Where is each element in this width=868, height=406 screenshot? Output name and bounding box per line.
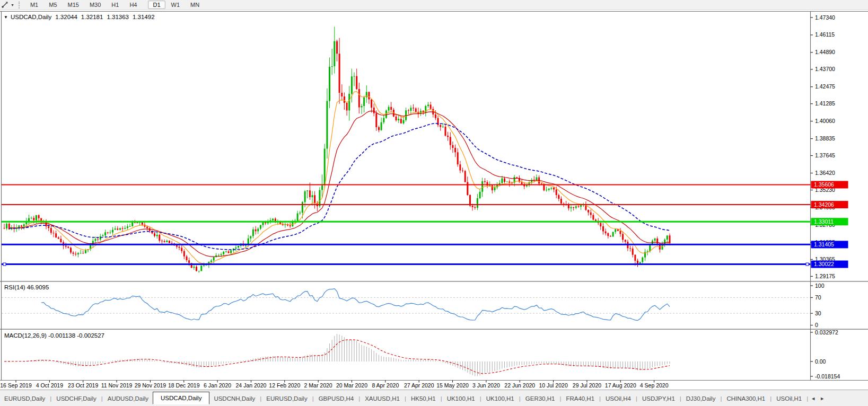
svg-text:100: 100 (815, 283, 825, 289)
svg-text:27 Apr 2020: 27 Apr 2020 (404, 382, 434, 389)
svg-text:29 Nov 2019: 29 Nov 2019 (135, 382, 166, 389)
svg-text:4 Sep 2020: 4 Sep 2020 (640, 382, 669, 389)
pane-borders (0, 12, 868, 381)
timeframe-button-h1[interactable]: H1 (107, 1, 124, 9)
rsi-line (41, 289, 670, 321)
chart-tab-dj30-daily[interactable]: DJ30,Daily (682, 393, 720, 404)
chart-tab-china300-h1[interactable]: CHINA300,H1 (722, 393, 769, 404)
tab-separator: | (559, 395, 561, 402)
svg-text:1.43700: 1.43700 (815, 66, 835, 72)
timeframe-button-m15[interactable]: M15 (63, 1, 84, 9)
timeframe-button-m30[interactable]: M30 (85, 1, 106, 9)
tab-separator: | (680, 395, 681, 402)
low-value: 1.31363 (107, 14, 129, 20)
svg-text:1.47340: 1.47340 (815, 14, 835, 21)
chart-tab-uk100-h1[interactable]: UK100,H1 (482, 393, 519, 404)
svg-text:24 Jan 2020: 24 Jan 2020 (236, 382, 267, 389)
svg-text:-0.018154: -0.018154 (815, 373, 840, 379)
tab-separator: | (599, 395, 601, 402)
svg-text:30: 30 (815, 310, 821, 316)
timeframe-button-m5[interactable]: M5 (44, 1, 62, 9)
svg-text:1.44890: 1.44890 (815, 49, 835, 55)
svg-text:10 Jul 2020: 10 Jul 2020 (539, 382, 567, 389)
chart-tab-audusd-daily[interactable]: AUDUSD,Daily (103, 393, 153, 404)
tab-separator: | (441, 395, 442, 402)
tabs-scroll-left-icon[interactable]: ◄ (811, 396, 816, 401)
triangle-down-icon[interactable]: ▼ (4, 15, 8, 20)
svg-text:2 Mar 2020: 2 Mar 2020 (304, 382, 332, 389)
hline-handle-right[interactable] (806, 263, 809, 266)
svg-text:17 Aug 2020: 17 Aug 2020 (605, 382, 636, 389)
svg-text:11 Nov 2019: 11 Nov 2019 (101, 382, 133, 389)
chart-tab-xauusd-h1[interactable]: XAUUSD,H1 (361, 393, 404, 404)
tab-separator: | (312, 395, 314, 402)
tabs-scroll-right-icon[interactable]: ► (820, 396, 825, 401)
chart-tab-usdjpy-h1[interactable]: USDJPY,H1 (638, 393, 679, 404)
timeframe-button-m1[interactable]: M1 (25, 1, 43, 9)
moving-averages (9, 91, 670, 263)
toolbar: ▼ M1M5M15M30H1H4D1W1MN (0, 0, 868, 10)
hline-handle-left[interactable] (3, 263, 6, 266)
timeframe-button-mn[interactable]: MN (186, 1, 204, 9)
svg-text:70: 70 (815, 294, 821, 301)
chart-tab-fra40-h1[interactable]: FRA40,H1 (562, 393, 599, 404)
tab-separator: | (101, 395, 103, 402)
svg-text:1.46115: 1.46115 (815, 31, 835, 38)
chart-tab-uk100-h1[interactable]: UK100,H1 (443, 393, 479, 404)
chart-title: ▼USDCAD,Daily1.320441.321811.313631.3149… (4, 14, 155, 20)
chart-tab-ger30-h1[interactable]: GER30,H1 (521, 393, 559, 404)
caret-down-icon[interactable]: ▼ (11, 3, 14, 7)
svg-text:6 Jan 2020: 6 Jan 2020 (204, 382, 231, 389)
svg-text:29 Jul 2020: 29 Jul 2020 (573, 382, 601, 389)
macd-indicator-label: MACD(12,26,9) -0.001138 -0.002527 (4, 332, 104, 339)
svg-text:1.40060: 1.40060 (815, 118, 835, 124)
tab-separator: | (405, 395, 406, 402)
tab-separator: | (636, 395, 637, 402)
line-study-cursor-icon[interactable] (1, 1, 10, 8)
timeframe-button-w1[interactable]: W1 (166, 1, 185, 9)
chart-tab-usdcad-daily[interactable]: USDCAD,Daily (153, 392, 209, 404)
medium-ma-line (9, 111, 670, 257)
chart-tab-gbpusd-h4[interactable]: GBPUSD,H4 (314, 393, 358, 404)
svg-text:23 Oct 2019: 23 Oct 2019 (68, 382, 98, 389)
svg-text:12 Feb 2020: 12 Feb 2020 (269, 382, 300, 389)
symbol-period-label: USDCAD,Daily (11, 14, 51, 20)
timeframe-button-d1[interactable]: D1 (148, 1, 165, 9)
mt4-window: 1.473401.461151.448901.437001.424751.412… (0, 0, 868, 406)
svg-text:1.31405: 1.31405 (814, 241, 834, 248)
tab-separator: | (480, 395, 481, 402)
tab-separator: | (720, 395, 722, 402)
chart-tab-usdcnh-daily[interactable]: USDCNH,Daily (209, 393, 259, 404)
toolbar-grip[interactable] (19, 2, 22, 8)
tab-separator: | (50, 395, 51, 402)
date-axis[interactable]: 16 Sep 20194 Oct 201923 Oct 201911 Nov 2… (0, 381, 668, 389)
svg-text:1.34206: 1.34206 (814, 201, 834, 208)
chart-canvas[interactable]: 1.473401.461151.448901.437001.424751.412… (0, 0, 868, 406)
chart-tab-eurusd-daily[interactable]: EURUSD,Daily (262, 393, 311, 404)
svg-text:1.29175: 1.29175 (815, 273, 835, 279)
tab-separator: | (806, 395, 808, 402)
timeframe-button-h4[interactable]: H4 (125, 1, 142, 9)
svg-text:15 May 2020: 15 May 2020 (436, 382, 469, 389)
svg-text:1.30022: 1.30022 (814, 261, 834, 267)
chart-tab-bar: EURUSD,Daily|USDCHF,Daily|AUDUSD,DailyUS… (0, 390, 868, 406)
svg-text:1.37645: 1.37645 (815, 152, 835, 158)
svg-text:0.032972: 0.032972 (815, 329, 838, 336)
chart-tab-usoil-h4[interactable]: USOil,H4 (601, 393, 635, 404)
close-value: 1.31492 (133, 14, 155, 20)
price-axis[interactable]: 1.473401.461151.448901.437001.424751.412… (811, 14, 836, 279)
svg-text:1.33011: 1.33011 (814, 218, 834, 225)
svg-text:1.35606: 1.35606 (814, 181, 834, 188)
svg-text:22 Jun 2020: 22 Jun 2020 (504, 382, 535, 389)
svg-text:1.38835: 1.38835 (815, 135, 835, 142)
chart-tab-usoil-h1[interactable]: USOil,H1 (772, 393, 806, 404)
rsi-indicator-label: RSI(14) 46.9095 (4, 284, 49, 290)
chart-tab-usdchf-daily[interactable]: USDCHF,Daily (52, 393, 100, 404)
open-value: 1.32044 (55, 14, 77, 20)
tab-separator: | (260, 395, 261, 402)
chart-tab-hk50-h1[interactable]: HK50,H1 (407, 393, 440, 404)
chart-tab-eurusd-daily[interactable]: EURUSD,Daily (0, 393, 49, 404)
tab-separator: | (770, 395, 771, 402)
svg-text:3 Jun 2020: 3 Jun 2020 (472, 382, 500, 389)
svg-text:0: 0 (815, 322, 818, 328)
